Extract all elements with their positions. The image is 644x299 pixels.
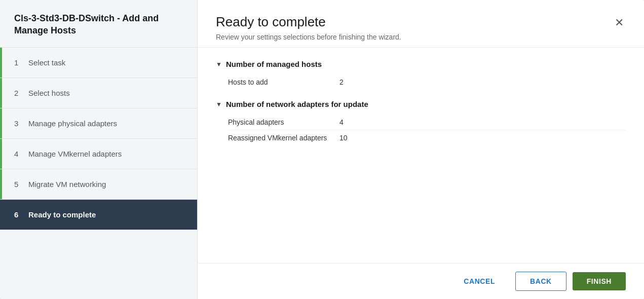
- wizard-dialog: Cls-3-Std3-DB-DSwitch - Add and Manage H…: [0, 0, 644, 299]
- sidebar-title: Cls-3-Std3-DB-DSwitch - Add and Manage H…: [0, 0, 197, 48]
- sidebar: Cls-3-Std3-DB-DSwitch - Add and Manage H…: [0, 0, 198, 299]
- step-number: 4: [14, 150, 22, 158]
- step-label: Manage physical adapters: [28, 119, 117, 128]
- section-rows: Physical adapters 4 Reassigned VMkernel …: [216, 115, 626, 145]
- content-title: Ready to complete: [216, 14, 401, 30]
- sidebar-step-4[interactable]: 4 Manage VMkernel adapters: [0, 139, 197, 169]
- content-footer: CANCEL BACK FINISH: [198, 263, 644, 299]
- step-label: Select task: [28, 58, 65, 67]
- step-indicator: [0, 169, 2, 199]
- row-value: 4: [339, 118, 344, 126]
- cancel-button[interactable]: CANCEL: [449, 272, 509, 290]
- section-network-adapters: ▼ Number of network adapters for update …: [216, 100, 626, 145]
- section-header: ▼ Number of managed hosts: [216, 60, 626, 68]
- section-title: Number of network adapters for update: [226, 100, 368, 108]
- chevron-icon: ▼: [216, 61, 222, 68]
- back-button[interactable]: BACK: [515, 272, 566, 291]
- sidebar-step-3[interactable]: 3 Manage physical adapters: [0, 108, 197, 139]
- step-indicator: [0, 200, 2, 230]
- step-label: Select hosts: [28, 89, 70, 97]
- table-row: Reassigned VMkernel adapters 10: [228, 130, 626, 145]
- step-label: Ready to complete: [28, 210, 96, 219]
- step-number: 5: [14, 180, 22, 189]
- section-header: ▼ Number of network adapters for update: [216, 100, 626, 108]
- step-number: 2: [14, 89, 22, 97]
- table-row: Physical adapters 4: [228, 115, 626, 130]
- step-indicator: [0, 108, 2, 138]
- content-title-block: Ready to complete Review your settings s…: [216, 14, 401, 41]
- sidebar-step-2[interactable]: 2 Select hosts: [0, 78, 197, 108]
- row-label: Physical adapters: [228, 118, 339, 126]
- chevron-icon: ▼: [216, 101, 222, 108]
- step-label: Manage VMkernel adapters: [28, 150, 122, 158]
- content-body: ▼ Number of managed hosts Hosts to add 2…: [198, 48, 644, 263]
- sidebar-step-5[interactable]: 5 Migrate VM networking: [0, 169, 197, 200]
- section-managed-hosts: ▼ Number of managed hosts Hosts to add 2: [216, 60, 626, 90]
- step-number: 3: [14, 119, 22, 128]
- step-indicator: [0, 78, 2, 108]
- content-panel: Ready to complete Review your settings s…: [198, 0, 644, 299]
- row-value: 2: [339, 78, 344, 86]
- sidebar-step-6[interactable]: 6 Ready to complete: [0, 200, 197, 230]
- step-label: Migrate VM networking: [28, 180, 106, 189]
- step-number: 1: [14, 58, 22, 67]
- step-indicator: [0, 139, 2, 169]
- sidebar-step-1[interactable]: 1 Select task: [0, 48, 197, 78]
- section-rows: Hosts to add 2: [216, 74, 626, 90]
- finish-button[interactable]: FINISH: [573, 272, 626, 290]
- row-label: Hosts to add: [228, 78, 339, 86]
- content-subtitle: Review your settings selections before f…: [216, 33, 401, 41]
- sidebar-steps: 1 Select task 2 Select hosts 3 Manage ph…: [0, 48, 197, 299]
- step-number: 6: [14, 210, 22, 219]
- section-title: Number of managed hosts: [226, 60, 322, 68]
- row-value: 10: [339, 134, 348, 142]
- row-label: Reassigned VMkernel adapters: [228, 134, 339, 142]
- table-row: Hosts to add 2: [228, 74, 626, 90]
- step-indicator: [0, 48, 2, 78]
- content-header: Ready to complete Review your settings s…: [198, 0, 644, 48]
- close-button[interactable]: ✕: [613, 16, 626, 29]
